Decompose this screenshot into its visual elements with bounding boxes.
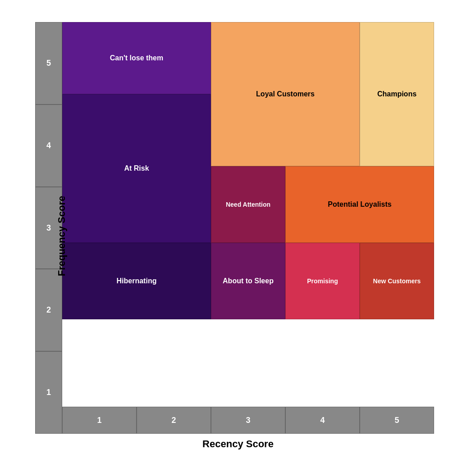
x-tick-1: 1	[62, 407, 137, 434]
potential-loyalists-cell: Potential Loyalists	[285, 166, 434, 243]
x-axis-label: Recency Score	[202, 438, 274, 450]
y-tick-4: 4	[35, 104, 62, 187]
main-grid: Can't lose them Loyal Customers Champion…	[62, 22, 441, 407]
y-axis-label: Frequency Score	[56, 196, 68, 277]
x-ticks: 1 2 3 4 5	[62, 407, 434, 434]
y-tick-5: 5	[35, 22, 62, 104]
loyal-cell: Loyal Customers	[211, 22, 360, 166]
champions-label: Champions	[377, 90, 416, 99]
about-to-sleep-cell: About to Sleep	[211, 243, 285, 319]
rfm-chart: Frequency Score 1 2 3 4 5 Can't lose the…	[35, 22, 441, 450]
x-tick-5: 5	[360, 407, 434, 434]
need-attention-cell: Need Attention	[211, 166, 285, 243]
at-risk-cell: At Risk	[62, 94, 211, 243]
cant-lose-label: Can't lose them	[110, 54, 164, 63]
champions-cell: Champions	[360, 22, 434, 166]
new-customers-cell: New Customers	[360, 243, 434, 319]
y-tick-1: 1	[35, 351, 62, 434]
promising-label: Promising	[307, 277, 338, 285]
x-tick-2: 2	[137, 407, 211, 434]
potential-loyalists-label: Potential Loyalists	[328, 200, 391, 209]
hibernating-label: Hibernating	[117, 277, 157, 286]
x-tick-3: 3	[211, 407, 285, 434]
grid-and-x: Can't lose them Loyal Customers Champion…	[62, 22, 441, 434]
cant-lose-cell: Can't lose them	[62, 22, 211, 94]
about-to-sleep-label: About to Sleep	[223, 277, 274, 286]
new-customers-label: New Customers	[373, 277, 421, 285]
y-tick-2: 2	[35, 269, 62, 351]
at-risk-label: At Risk	[124, 164, 149, 173]
grid-wrapper: 1 2 3 4 5 Can't lose them Loyal Customer…	[35, 22, 441, 434]
x-tick-4: 4	[285, 407, 360, 434]
promising-cell: Promising	[285, 243, 360, 319]
need-attention-label: Need Attention	[226, 200, 270, 209]
hibernating-cell: Hibernating	[62, 243, 211, 319]
loyal-label: Loyal Customers	[256, 90, 315, 99]
bottom-row: 1 2 3 4 5	[62, 407, 441, 434]
